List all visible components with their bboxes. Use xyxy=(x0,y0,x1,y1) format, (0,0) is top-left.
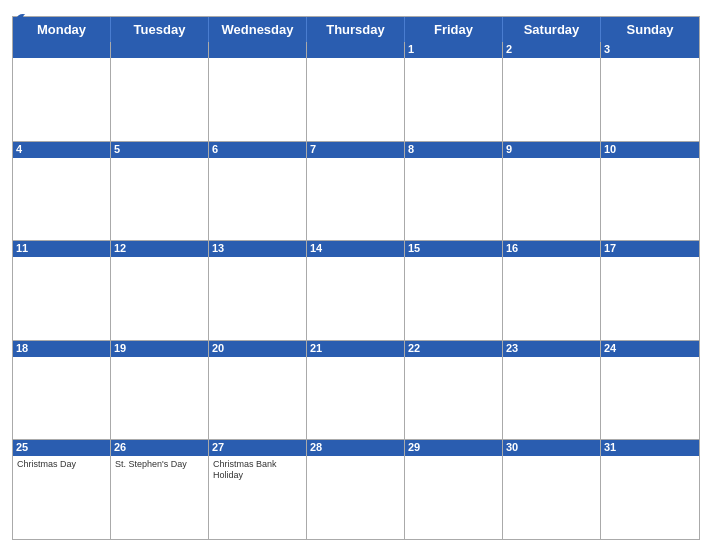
day-cell-12: 12 xyxy=(111,241,209,340)
day-header-wednesday: Wednesday xyxy=(209,17,307,42)
day-cell-23: 23 xyxy=(503,341,601,440)
day-cell-17: 17 xyxy=(601,241,699,340)
day-cell-21: 21 xyxy=(307,341,405,440)
day-number: 20 xyxy=(209,341,306,357)
day-cell-empty-2 xyxy=(209,42,307,141)
day-number xyxy=(307,42,404,58)
day-cell-2: 2 xyxy=(503,42,601,141)
day-headers-row: MondayTuesdayWednesdayThursdayFridaySatu… xyxy=(13,17,699,42)
day-cell-26: 26St. Stephen's Day xyxy=(111,440,209,539)
day-cell-15: 15 xyxy=(405,241,503,340)
day-number xyxy=(111,42,208,58)
day-number: 3 xyxy=(601,42,699,58)
day-cell-28: 28 xyxy=(307,440,405,539)
day-cell-empty-0 xyxy=(13,42,111,141)
day-number: 24 xyxy=(601,341,699,357)
day-event: Christmas Day xyxy=(17,459,106,470)
day-number: 21 xyxy=(307,341,404,357)
day-number: 14 xyxy=(307,241,404,257)
day-header-thursday: Thursday xyxy=(307,17,405,42)
day-cell-29: 29 xyxy=(405,440,503,539)
day-number: 16 xyxy=(503,241,600,257)
day-header-saturday: Saturday xyxy=(503,17,601,42)
day-number: 4 xyxy=(13,142,110,158)
day-cell-19: 19 xyxy=(111,341,209,440)
week-row-5: 25Christmas Day26St. Stephen's Day27Chri… xyxy=(13,439,699,539)
day-cell-18: 18 xyxy=(13,341,111,440)
day-number: 5 xyxy=(111,142,208,158)
day-number: 18 xyxy=(13,341,110,357)
day-number: 11 xyxy=(13,241,110,257)
day-event: St. Stephen's Day xyxy=(115,459,204,470)
day-number: 27 xyxy=(209,440,306,456)
day-cell-25: 25Christmas Day xyxy=(13,440,111,539)
day-event: Christmas Bank Holiday xyxy=(213,459,302,481)
day-cell-8: 8 xyxy=(405,142,503,241)
day-cell-22: 22 xyxy=(405,341,503,440)
week-row-4: 18192021222324 xyxy=(13,340,699,440)
day-header-tuesday: Tuesday xyxy=(111,17,209,42)
day-cell-6: 6 xyxy=(209,142,307,241)
day-cell-20: 20 xyxy=(209,341,307,440)
day-cell-14: 14 xyxy=(307,241,405,340)
day-number: 2 xyxy=(503,42,600,58)
day-number: 29 xyxy=(405,440,502,456)
day-number: 26 xyxy=(111,440,208,456)
day-number: 19 xyxy=(111,341,208,357)
day-header-friday: Friday xyxy=(405,17,503,42)
day-cell-30: 30 xyxy=(503,440,601,539)
day-number: 25 xyxy=(13,440,110,456)
day-number: 6 xyxy=(209,142,306,158)
day-number: 10 xyxy=(601,142,699,158)
day-cell-11: 11 xyxy=(13,241,111,340)
day-cell-10: 10 xyxy=(601,142,699,241)
day-cell-4: 4 xyxy=(13,142,111,241)
day-cell-31: 31 xyxy=(601,440,699,539)
calendar-grid: MondayTuesdayWednesdayThursdayFridaySatu… xyxy=(12,16,700,540)
week-row-2: 45678910 xyxy=(13,141,699,241)
day-cell-9: 9 xyxy=(503,142,601,241)
day-cell-16: 16 xyxy=(503,241,601,340)
day-number xyxy=(13,42,110,58)
day-number: 8 xyxy=(405,142,502,158)
day-number xyxy=(209,42,306,58)
day-cell-24: 24 xyxy=(601,341,699,440)
day-number: 15 xyxy=(405,241,502,257)
day-cell-27: 27Christmas Bank Holiday xyxy=(209,440,307,539)
day-number: 1 xyxy=(405,42,502,58)
day-number: 13 xyxy=(209,241,306,257)
day-cell-3: 3 xyxy=(601,42,699,141)
day-cell-7: 7 xyxy=(307,142,405,241)
day-number: 31 xyxy=(601,440,699,456)
weeks-container: 1234567891011121314151617181920212223242… xyxy=(13,42,699,539)
day-number: 7 xyxy=(307,142,404,158)
day-header-sunday: Sunday xyxy=(601,17,699,42)
day-cell-5: 5 xyxy=(111,142,209,241)
day-number: 23 xyxy=(503,341,600,357)
week-row-3: 11121314151617 xyxy=(13,240,699,340)
day-number: 12 xyxy=(111,241,208,257)
calendar-page: MondayTuesdayWednesdayThursdayFridaySatu… xyxy=(0,0,712,550)
day-cell-13: 13 xyxy=(209,241,307,340)
day-number: 17 xyxy=(601,241,699,257)
day-number: 30 xyxy=(503,440,600,456)
day-number: 28 xyxy=(307,440,404,456)
logo-bird-icon xyxy=(14,11,30,27)
week-row-1: 123 xyxy=(13,42,699,141)
day-number: 22 xyxy=(405,341,502,357)
day-cell-empty-3 xyxy=(307,42,405,141)
day-cell-empty-1 xyxy=(111,42,209,141)
day-cell-1: 1 xyxy=(405,42,503,141)
day-number: 9 xyxy=(503,142,600,158)
